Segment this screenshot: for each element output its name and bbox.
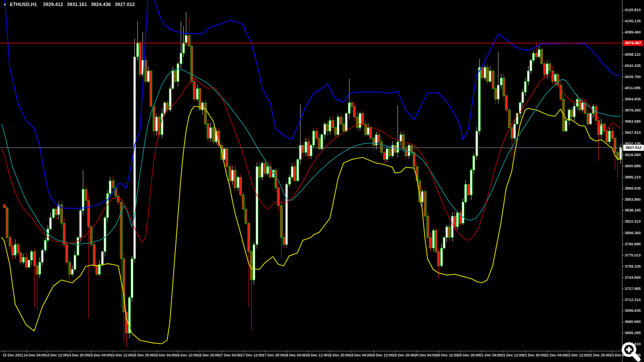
open-value: 3929.412 [43,2,63,7]
time-tick-label: 15 Dec 20:00 [132,353,154,357]
price-tick-label: 3822.510 [625,219,641,223]
price-tick-label: 3994.935 [625,97,641,101]
time-tick-label: 20 Dec 12:00 [436,353,458,357]
symbol-period-label: ETHUSD,H1 [10,2,37,7]
time-tick-label: 15 Dec 04:00 [89,353,111,357]
price-tick-label: 4058.110 [625,52,641,57]
price-tick-label: 3806.360 [625,231,641,235]
price-tick-label: 3979.260 [625,108,641,112]
resistance-price-tag: 4074.467 [623,40,643,46]
time-tick-label: 15 Dec 12:00 [110,353,132,357]
price-tick-label: 4089.460 [625,30,641,34]
price-tick-label: 3696.635 [625,308,641,313]
time-tick-label: 21 Dec 20:00 [523,353,545,357]
magnifier-zoom-icon[interactable] [620,341,642,362]
price-tick-label: 4026.760 [625,75,641,79]
price-tick-label: 4105.135 [625,19,641,23]
time-tick-label: 18 Dec 20:00 [328,353,349,357]
price-tick-label: 3743.660 [625,275,641,280]
price-tick-label: 3775.010 [625,253,641,257]
time-tick-label: 13 Dec 2021 [3,353,23,357]
price-tick-label: 3680.960 [625,320,641,324]
time-tick-label: 16 Dec 04:00 [154,353,176,357]
time-tick-label: 17 Dec 20:00 [262,353,284,357]
time-tick-label: 14 Dec 04:00 [24,353,46,357]
time-tick-label: 22 Dec 20:00 [588,353,610,357]
high-value: 3931.161 [67,2,87,7]
price-tick-label: 4120.810 [625,8,641,12]
time-tick-label: 18 Dec 04:00 [284,353,306,357]
price-tick-label: 3900.885 [625,164,641,168]
time-tick-label: 18 Dec 12:00 [306,353,328,357]
current-price-tag: 3927.012 [623,145,644,151]
time-tick-label: 14 Dec 12:00 [46,353,67,357]
time-tick-label: 17 Dec 04:00 [219,353,241,357]
time-tick-label: 17 Dec 12:00 [241,353,263,357]
time-tick-label: 21 Dec 12:00 [501,353,523,357]
price-tick-label: 3947.910 [625,130,641,135]
time-tick-label: 16 Dec 20:00 [197,353,219,357]
time-tick-label: 19 Dec 20:00 [393,353,415,357]
price-tick-label: 3712.310 [625,298,641,302]
price-tick-label: 4042.435 [625,63,641,68]
magnifier-handle [633,354,638,359]
time-tick-label: 21 Dec 04:00 [480,353,501,357]
symbol-marker-icon: ▼ [3,3,7,7]
time-tick-label: 14 Dec 20:00 [67,353,89,357]
time-tick-label: 22 Dec 04:00 [545,353,567,357]
close-value: 3927.012 [115,2,135,7]
chart-title-overlay: ▼ETHUSD,H13929.4123931.1613924.4363927.0… [3,2,139,7]
time-tick-label: 19 Dec 12:00 [371,353,393,357]
price-tick-label: 3727.985 [625,287,641,291]
low-value: 3924.436 [91,2,111,7]
time-tick-label: 20 Dec 04:00 [414,353,436,357]
price-tick-label: 3963.585 [625,119,641,124]
price-tick-label: 3790.685 [625,242,641,246]
price-tick-label: 3916.560 [625,153,641,157]
price-tick-label: 3838.185 [625,208,641,212]
price-tick-label: 4011.085 [625,86,641,90]
price-tick-label: 3853.860 [625,197,641,202]
time-tick-label: 22 Dec 12:00 [566,353,588,357]
price-tick-label: 3665.285 [625,331,641,335]
price-tick-label: 3885.210 [625,175,641,179]
price-chart-canvas[interactable] [0,0,644,362]
time-tick-label: 20 Dec 20:00 [458,353,480,357]
chart-window: ▼ETHUSD,H13929.4123931.1613924.4363927.0… [0,0,644,362]
price-tick-label: 3869.535 [625,186,641,190]
time-tick-label: 16 Dec 12:00 [176,353,197,357]
time-tick-label: 19 Dec 04:00 [349,353,371,357]
price-tick-label: 3759.335 [625,264,641,268]
